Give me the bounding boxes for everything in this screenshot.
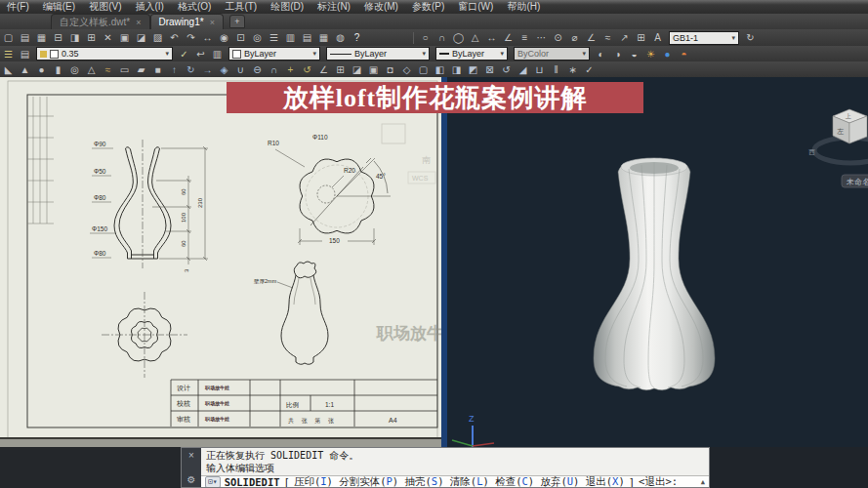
3d-array-icon[interactable]: ⊞ [332, 63, 349, 76]
plot-preview-icon[interactable]: ◨ [66, 31, 83, 44]
menu-item-7[interactable]: 标注(N) [310, 0, 357, 14]
tab-close-icon[interactable]: × [210, 18, 215, 27]
new-tab-button[interactable]: + [229, 15, 245, 28]
cmd-option-S[interactable]: 抽壳(S) [405, 475, 444, 487]
view-label-pill[interactable]: 未命名视图 [842, 175, 868, 187]
ellipse-icon[interactable]: ◯ [450, 31, 467, 44]
layer-states-icon[interactable]: ▤ [17, 48, 33, 61]
move-faces-icon[interactable]: ◨ [448, 63, 465, 76]
leader-icon[interactable]: ↗ [616, 31, 633, 44]
helix-icon[interactable]: ≈ [100, 63, 116, 76]
menu-item-0[interactable]: 件(F) [0, 0, 36, 14]
pyramid-icon[interactable]: △ [83, 63, 100, 76]
menu-item-2[interactable]: 视图(V) [82, 0, 128, 14]
cut-icon[interactable]: ✕ [100, 31, 116, 44]
lights-icon[interactable]: ☀ [642, 48, 659, 61]
3d-move-icon[interactable]: + [282, 63, 299, 76]
color-edges-icon[interactable]: ◇ [398, 63, 415, 76]
menu-item-4[interactable]: 格式(O) [171, 0, 218, 14]
taper-faces-icon[interactable]: ◢ [515, 63, 531, 76]
open-icon[interactable]: ▤ [17, 31, 33, 44]
color-dropdown[interactable]: ByLayer ▾ [228, 47, 320, 61]
wrench-icon[interactable]: ⚙ [187, 474, 196, 485]
linetype-dropdown[interactable]: ByLayer ▾ [326, 47, 430, 61]
dim-update-icon[interactable]: ↻ [742, 31, 759, 44]
layer-properties-icon[interactable]: ☰ [0, 48, 17, 61]
menu-item-8[interactable]: 修改(M) [357, 0, 405, 14]
union-icon[interactable]: ∪ [232, 63, 249, 76]
menu-item-11[interactable]: 帮助(H) [500, 0, 547, 14]
menu-item-1[interactable]: 编辑(E) [36, 0, 82, 14]
zoom-window-icon[interactable]: ⊡ [232, 31, 249, 44]
tab-drawing1[interactable]: Drawing1* × [150, 14, 224, 29]
extrude-faces-icon[interactable]: ◧ [432, 63, 448, 76]
rotate-faces-icon[interactable]: ↺ [498, 63, 515, 76]
dim-linear-icon[interactable]: ↔ [483, 31, 500, 44]
menu-item-6[interactable]: 绘图(D) [264, 0, 310, 14]
tolerance-icon[interactable]: ⊞ [633, 31, 649, 44]
undo-icon[interactable]: ↶ [166, 31, 183, 44]
new-icon[interactable]: ▢ [0, 31, 17, 44]
viewport-3d[interactable]: 西 上 左 未命名视图 Z [447, 77, 868, 447]
wedge-icon[interactable]: ◣ [0, 63, 17, 76]
hide-icon[interactable]: ◑ [609, 48, 626, 61]
loft-icon[interactable]: ◈ [216, 63, 232, 76]
paper-viewport-2d[interactable]: Φ90 Φ50 Φ80 Φ150 Φ80 60 100 60 [0, 77, 441, 447]
scroll-up-icon[interactable]: ▲ [701, 478, 705, 486]
lineweight-dropdown[interactable]: ByLayer ▾ [435, 47, 508, 61]
offset-faces-icon[interactable]: ◩ [465, 63, 481, 76]
arc-icon[interactable]: ∩ [434, 31, 450, 44]
intersect-icon[interactable]: ∩ [266, 63, 282, 76]
cylinder-icon[interactable]: ▮ [50, 63, 66, 76]
circle-icon[interactable]: ○ [417, 31, 434, 44]
make-current-icon[interactable]: ✓ [176, 48, 192, 61]
viewcube[interactable]: 西 上 左 [808, 109, 868, 163]
3d-rotate-icon[interactable]: ↺ [299, 63, 315, 76]
tab-close-icon[interactable]: × [136, 18, 141, 27]
menu-item-3[interactable]: 插入(I) [128, 0, 170, 14]
torus-icon[interactable]: ◎ [66, 63, 83, 76]
zoom-previous-icon[interactable]: ◎ [249, 31, 266, 44]
publish-icon[interactable]: ⊞ [83, 31, 100, 44]
materials-icon[interactable]: ● [659, 48, 676, 61]
planar-surface-icon[interactable]: ▭ [116, 63, 133, 76]
menu-item-9[interactable]: 参数(P) [405, 0, 451, 14]
menu-item-10[interactable]: 窗口(W) [451, 0, 500, 14]
pan-icon[interactable]: ↔ [199, 31, 216, 44]
command-suggest-icon[interactable]: ⊡▾ [205, 476, 221, 488]
render-region-icon[interactable]: ◓ [676, 48, 692, 61]
check-icon[interactable]: ✓ [581, 63, 598, 76]
thicken-icon[interactable]: ▣ [365, 63, 382, 76]
design-center-icon[interactable]: ▥ [282, 31, 299, 44]
sphere-icon[interactable]: ● [33, 63, 50, 76]
layer-dropdown[interactable]: 0.35 ▾ [36, 47, 173, 61]
redo-icon[interactable]: ↷ [183, 31, 199, 44]
extrude-icon[interactable]: ↑ [166, 63, 183, 76]
dim-radius-icon[interactable]: ⊙ [550, 31, 566, 44]
menu-item-5[interactable]: 工具(T) [218, 0, 264, 14]
sheet-set-manager-icon[interactable]: ▦ [315, 31, 332, 44]
save-icon[interactable]: ▦ [33, 31, 50, 44]
dim-style-dropdown[interactable]: GB1-1 ▾ [669, 31, 739, 45]
shell-icon[interactable]: ⊔ [531, 63, 548, 76]
plot-style-dropdown[interactable]: ByColor ▾ [514, 47, 590, 61]
paste-icon[interactable]: ◪ [133, 31, 149, 44]
visual-styles-icon[interactable]: ◒ [626, 48, 642, 61]
delete-faces-icon[interactable]: ⊠ [481, 63, 498, 76]
box-icon[interactable]: ■ [149, 63, 166, 76]
polygon-icon[interactable]: △ [467, 31, 483, 44]
render-icon[interactable]: ◍ [332, 31, 349, 44]
dim-edit-icon[interactable]: A [649, 31, 666, 44]
properties-icon[interactable]: ☰ [266, 31, 282, 44]
cmd-option-P[interactable]: 分割实体(P) [339, 475, 398, 487]
cmd-option-U[interactable]: 放弃(U) [540, 475, 579, 487]
3d-align-icon[interactable]: ∠ [315, 63, 332, 76]
dim-diameter-icon[interactable]: ⌀ [566, 31, 583, 44]
separate-icon[interactable]: ‖ [548, 63, 564, 76]
cmd-option-L[interactable]: 清除(L) [450, 475, 489, 487]
command-panel[interactable]: × ⚙ 正在恢复执行 SOLIDEDIT 命令。 输入体编辑选项 ⊡▾ SOLI… [181, 447, 710, 488]
tab-template[interactable]: 自定义样板.dwt* × [51, 14, 150, 29]
slice-icon[interactable]: ◪ [349, 63, 365, 76]
zoom-realtime-icon[interactable]: ◉ [216, 31, 232, 44]
tool-palettes-icon[interactable]: ▤ [299, 31, 315, 44]
